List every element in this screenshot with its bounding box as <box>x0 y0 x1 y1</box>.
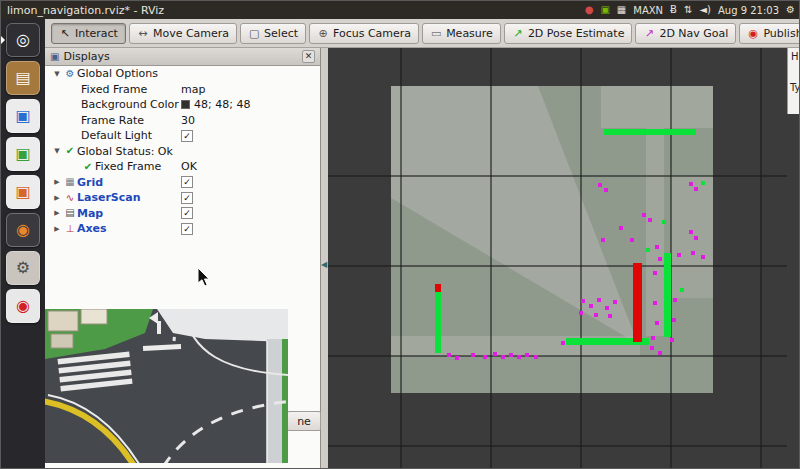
tree-label: Global Status: Ok <box>77 145 173 158</box>
laser-point-magenta <box>651 336 655 340</box>
displays-panel-title: Displays <box>63 50 109 63</box>
laser-point-magenta <box>689 182 693 186</box>
laserscan-icon: ∿ <box>63 193 77 203</box>
checkbox[interactable]: ✓ <box>181 176 193 188</box>
launcher-item-system-settings[interactable]: ⚙ <box>6 251 40 285</box>
expander-right-icon[interactable]: ▶ <box>51 194 63 202</box>
views-panel-edge[interactable]: H Ty <box>787 48 800 114</box>
laser-point-magenta <box>561 341 565 345</box>
keyboard-icon[interactable]: ▦ <box>617 5 626 15</box>
tree-label: Map <box>77 207 103 220</box>
tool-label: 2D Pose Estimate <box>528 27 625 40</box>
tool-2d-pose-estimate[interactable]: ↗2D Pose Estimate <box>504 23 633 44</box>
clock-label[interactable]: Aug 9 21:03 <box>718 5 779 16</box>
tool-interact[interactable]: ↖Interact <box>51 23 126 44</box>
ubuntu-menu-bar: limon_navigation.rviz* - RViz ●▣▦MAXNɃ⇅◄… <box>1 1 800 19</box>
tree-row-map[interactable]: ▶▤Map✓ <box>45 206 320 222</box>
laser-point-magenta <box>525 353 529 357</box>
checkbox[interactable]: ✓ <box>181 130 193 142</box>
expander-right-icon[interactable]: ▶ <box>51 178 63 186</box>
displays-panel-header[interactable]: ▣ Displays ✕ <box>45 48 320 66</box>
tree-label: Grid <box>77 176 103 189</box>
expander-down-icon[interactable]: ▼ <box>51 147 63 155</box>
tree-row-laserscan[interactable]: ▶∿LaserScan✓ <box>45 190 320 206</box>
bluetooth-icon[interactable]: Ƀ <box>670 5 677 15</box>
launcher-item-libreoffice-impress[interactable]: ▣ <box>6 175 40 209</box>
launcher-item-software-center[interactable]: ◉ <box>6 213 40 247</box>
network-icon[interactable]: ⇅ <box>684 5 692 15</box>
laser-point-magenta <box>501 355 505 359</box>
libreoffice-writer-icon: ▣ <box>6 99 40 133</box>
laser-point-magenta <box>653 301 657 305</box>
checkbox[interactable]: ✓ <box>181 207 193 219</box>
tree-label: Frame Rate <box>81 114 144 127</box>
tool-select[interactable]: ▢Select <box>240 23 306 44</box>
power-mode-label[interactable]: MAXN <box>633 5 663 16</box>
launcher-item-files[interactable]: ▤ <box>6 61 40 95</box>
laser-point-magenta <box>694 187 698 191</box>
map-display-icon: ▤ <box>63 208 77 218</box>
tool-measure[interactable]: ▭Measure <box>422 23 501 44</box>
tree-row-default-light[interactable]: Default Light✓ <box>45 128 320 144</box>
record-icon[interactable]: ● <box>585 5 594 15</box>
laser-point-magenta <box>493 352 497 356</box>
grid-display-icon: ▦ <box>63 177 77 187</box>
expander-right-icon[interactable]: ▶ <box>51 209 63 217</box>
views-panel-hide-label[interactable]: H <box>791 51 799 62</box>
tool-label: Move Camera <box>153 27 229 40</box>
point-pin-icon: ◉ <box>747 28 759 39</box>
tree-value[interactable]: 48; 48; 48 <box>181 98 250 111</box>
axes-icon: ⊥ <box>63 224 77 234</box>
checkbox[interactable]: ✓ <box>181 192 193 204</box>
tree-row-global-status-ok[interactable]: ▼✔Global Status: Ok <box>45 144 320 160</box>
tool-publish-point[interactable]: ◉Publish Point <box>739 23 800 44</box>
launcher-item-libreoffice-writer[interactable]: ▣ <box>6 99 40 133</box>
laser-point-magenta <box>658 257 662 261</box>
tree-row-fixed-frame[interactable]: ✔Fixed FrameOK <box>45 159 320 175</box>
laser-point-magenta <box>642 213 646 217</box>
tree-value[interactable]: OK <box>181 160 197 173</box>
tree-row-fixed-frame[interactable]: Fixed Framemap <box>45 82 320 98</box>
clear-region <box>601 86 713 128</box>
tree-row-global-options[interactable]: ▼⚙Global Options <box>45 66 320 82</box>
rename-button[interactable]: ne <box>287 411 321 431</box>
laser-point-magenta <box>701 255 705 259</box>
expander-down-icon[interactable]: ▼ <box>51 70 63 78</box>
tree-row-background-color[interactable]: Background Color48; 48; 48 <box>45 97 320 113</box>
laser-point-magenta <box>579 311 583 315</box>
laser-point-magenta <box>483 355 487 359</box>
expander-right-icon[interactable]: ▶ <box>51 225 63 233</box>
launcher-item-libreoffice-calc[interactable]: ▣ <box>6 137 40 171</box>
tree-row-frame-rate[interactable]: Frame Rate30 <box>45 113 320 129</box>
tool-2d-nav-goal[interactable]: ↗2D Nav Goal <box>635 23 736 44</box>
launcher-item-dash-home[interactable]: ◎ <box>6 23 40 57</box>
camera-building <box>81 309 107 324</box>
focus-camera-icon: ⊕ <box>317 28 329 39</box>
laser-point-magenta <box>653 271 657 275</box>
collapse-left-icon[interactable]: ◀ <box>321 260 327 269</box>
power-icon[interactable]: ⚙ <box>786 5 795 15</box>
tool-focus-camera[interactable]: ⊕Focus Camera <box>309 23 419 44</box>
tool-label: Publish Point <box>763 27 800 40</box>
tree-label: Fixed Frame <box>81 83 147 96</box>
rviz-toolbar: ↖Interact↔Move Camera▢Select⊕Focus Camer… <box>45 19 800 48</box>
color-swatch <box>181 100 190 109</box>
tree-label: Background Color <box>81 98 179 111</box>
gpu-icon[interactable]: ▣ <box>600 5 609 15</box>
panel-splitter[interactable]: ◀ <box>321 48 328 469</box>
tool-move-camera[interactable]: ↔Move Camera <box>129 23 237 44</box>
checkbox[interactable]: ✓ <box>181 223 193 235</box>
tree-row-grid[interactable]: ▶▦Grid✓ <box>45 175 320 191</box>
libreoffice-writer-glyph: ▣ <box>15 108 30 124</box>
launcher-item-rviz-tool[interactable]: ◉ <box>6 289 40 323</box>
marker-segment-red <box>435 284 441 292</box>
system-tray: ●▣▦MAXNɃ⇅◄)Aug 9 21:03⚙ <box>585 5 795 16</box>
close-panel-icon[interactable]: ✕ <box>302 50 315 63</box>
tree-row-axes[interactable]: ▶⊥Axes✓ <box>45 221 320 237</box>
3d-view[interactable] <box>328 48 787 469</box>
tree-value[interactable]: map <box>181 83 205 96</box>
tree-value[interactable]: 30 <box>181 114 195 127</box>
tree-label: Axes <box>77 222 107 235</box>
volume-icon[interactable]: ◄) <box>699 5 711 15</box>
tool-label: Select <box>264 27 298 40</box>
